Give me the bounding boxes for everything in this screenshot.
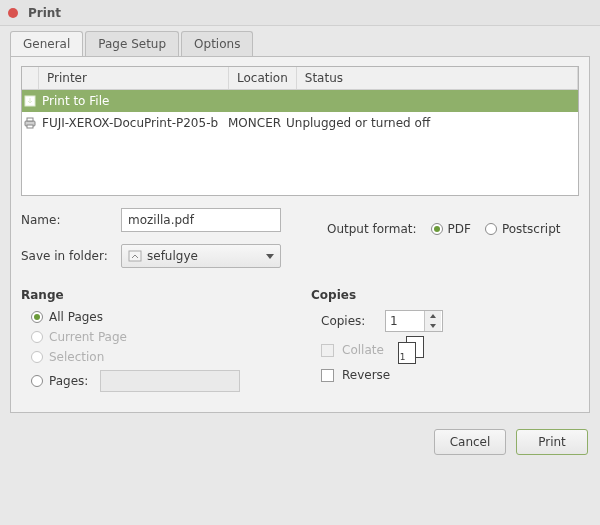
save-folder-label: Save in folder: — [21, 249, 121, 263]
folder-value: sefulgye — [147, 249, 198, 263]
tab-general[interactable]: General — [10, 31, 83, 56]
svg-rect-2 — [27, 118, 33, 121]
output-pdf-label: PDF — [448, 222, 471, 236]
printer-list[interactable]: Printer Location Status Print to File FU… — [21, 66, 579, 196]
current-page-label: Current Page — [49, 330, 127, 344]
range-section: Range All Pages Current Page Selection P… — [21, 288, 311, 398]
pages-input — [100, 370, 240, 392]
reverse-label: Reverse — [342, 368, 390, 382]
printer-icon — [22, 117, 38, 129]
header-printer[interactable]: Printer — [39, 67, 229, 89]
printer-location: MONCER — [228, 116, 286, 130]
close-icon[interactable] — [8, 8, 18, 18]
reverse-checkbox[interactable] — [321, 369, 334, 382]
header-location[interactable]: Location — [229, 67, 297, 89]
print-dialog: General Page Setup Options Printer Locat… — [0, 26, 600, 421]
tab-bar: General Page Setup Options — [10, 31, 590, 57]
svg-rect-3 — [27, 125, 33, 128]
output-format-group: Output format: PDF Postscript — [327, 222, 579, 236]
output-postscript-radio[interactable]: Postscript — [485, 222, 561, 236]
titlebar: Print — [0, 0, 600, 26]
collate-icon: 21 — [398, 336, 426, 364]
svg-rect-4 — [129, 251, 141, 261]
name-label: Name: — [21, 213, 121, 227]
tab-page-setup[interactable]: Page Setup — [85, 31, 179, 56]
collate-checkbox — [321, 344, 334, 357]
copies-section: Copies Copies: Collate 21 — [311, 288, 579, 398]
all-pages-label: All Pages — [49, 310, 103, 324]
selection-label: Selection — [49, 350, 104, 364]
printer-list-header: Printer Location Status — [22, 67, 578, 90]
folder-combobox[interactable]: sefulgye — [121, 244, 281, 268]
header-status[interactable]: Status — [297, 67, 578, 89]
copies-label: Copies: — [321, 314, 377, 328]
copies-input[interactable] — [386, 314, 424, 328]
copies-up-button[interactable] — [425, 311, 441, 321]
range-copies: Range All Pages Current Page Selection P… — [21, 288, 579, 398]
range-heading: Range — [21, 288, 311, 302]
output-postscript-label: Postscript — [502, 222, 561, 236]
printer-row[interactable]: Print to File — [22, 90, 578, 112]
printer-name: FUJI-XEROX-DocuPrint-P205-b — [38, 116, 228, 130]
printer-name: Print to File — [38, 94, 228, 108]
tab-panel-general: Printer Location Status Print to File FU… — [10, 56, 590, 413]
dialog-footer: Cancel Print — [0, 421, 600, 463]
range-pages[interactable]: Pages: — [31, 370, 311, 392]
chevron-down-icon — [266, 254, 274, 259]
output-pdf-radio[interactable]: PDF — [431, 222, 471, 236]
printer-status: Unplugged or turned off — [286, 116, 578, 130]
range-selection: Selection — [31, 350, 311, 364]
print-button[interactable]: Print — [516, 429, 588, 455]
range-current-page: Current Page — [31, 330, 311, 344]
pages-label: Pages: — [49, 374, 88, 388]
collate-label: Collate — [342, 343, 384, 357]
filename-input[interactable] — [121, 208, 281, 232]
file-icon — [22, 95, 38, 107]
printer-row[interactable]: FUJI-XEROX-DocuPrint-P205-b MONCER Unplu… — [22, 112, 578, 134]
home-folder-icon — [128, 250, 142, 262]
copies-heading: Copies — [311, 288, 579, 302]
output-format-label: Output format: — [327, 222, 417, 236]
cancel-button[interactable]: Cancel — [434, 429, 506, 455]
window-title: Print — [28, 6, 61, 20]
range-all-pages[interactable]: All Pages — [31, 310, 311, 324]
header-gutter — [22, 67, 39, 89]
copies-spinner[interactable] — [385, 310, 443, 332]
copies-down-button[interactable] — [425, 321, 441, 331]
tab-options[interactable]: Options — [181, 31, 253, 56]
file-settings: Name: Save in folder: sefulgye — [21, 208, 579, 280]
